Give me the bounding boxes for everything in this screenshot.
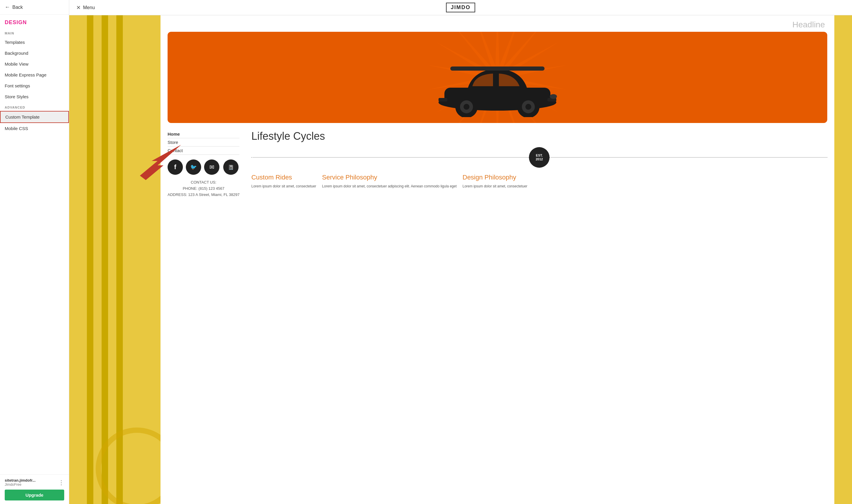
est-year: 2012 [536,157,543,161]
jimdo-logo: JIMDO [446,3,475,12]
est-badge: EST. 2012 [529,147,550,168]
back-arrow-icon: ← [5,4,10,10]
sidebar-top-bar: ← Back [0,0,69,15]
site-title: Lifestyle Cycles [251,130,827,142]
hero-image [168,32,827,123]
yellow-bg-left [69,15,160,504]
est-text: EST. [536,154,543,157]
svg-point-23 [464,104,469,110]
sidebar-item-mobile-view[interactable]: Mobile View [0,58,69,69]
advanced-section-header: ADVANCED [0,102,69,111]
upgrade-button[interactable]: Upgrade [5,490,64,501]
columns-row: Custom Rides Lorem ipsum dolor sit amet,… [251,174,827,189]
contact-phone: PHONE: (815) 123 4567 [168,186,240,192]
facebook-icon-btn[interactable]: f [168,160,183,175]
sidebar-item-mobile-express[interactable]: Mobile Express Page [0,69,69,80]
sidebar-item-custom-template[interactable]: Custom Template [0,111,69,123]
sidebar-item-templates[interactable]: Templates [0,37,69,48]
sidebar-item-store-styles[interactable]: Store Styles [0,91,69,102]
car-silhouette [421,52,574,117]
nav-menu: Home Store Contact f 🐦 ✉ [168,130,240,198]
preview-container: Headline [69,15,852,504]
back-label[interactable]: Back [12,5,23,10]
sidebar-bottom: sitetran.jimdofr... JimdoFree ⋮ Upgrade [0,474,69,504]
svg-point-29 [550,94,557,99]
content-area: Lifestyle Cycles EST. 2012 Custom Rides … [251,130,827,198]
col-body-1: Lorem ipsum dolor sit amet, consectetuer… [322,184,457,189]
est-divider: EST. 2012 [251,147,827,168]
sidebar-item-mobile-css[interactable]: Mobile CSS [0,123,69,134]
headline-row: Headline [160,15,834,32]
twitter-icon-btn[interactable]: 🐦 [186,160,201,175]
dotted-line-right [550,157,827,158]
col-title-2: Design Philosophy [463,174,527,181]
col-service: Service Philosophy Lorem ipsum dolor sit… [322,174,457,189]
site-details: sitetran.jimdofr... JimdoFree [5,478,36,487]
mail-icon-btn[interactable]: ✉ [204,160,220,175]
fence-lines [87,15,123,504]
evernote-icon: 📓 [228,164,234,170]
social-icons: f 🐦 ✉ 📓 [168,160,240,175]
menu-label: Menu [83,5,95,10]
sidebar-item-font-settings[interactable]: Font settings [0,80,69,91]
svg-rect-20 [450,67,544,71]
dotted-line-left [251,157,529,158]
nav-item-store[interactable]: Store [168,138,240,146]
main-area: ✕ Menu JIMDO Headline [69,0,852,504]
design-label: DESIGN [0,15,69,28]
website-panel: Headline [160,15,834,504]
facebook-icon: f [174,163,176,171]
site-plan: JimdoFree [5,483,36,487]
menu-close-icon[interactable]: ✕ [76,4,81,11]
site-name: sitetran.jimdofr... [5,478,36,483]
col-design: Design Philosophy Lorem ipsum dolor sit … [463,174,527,189]
nav-item-contact[interactable]: Contact [168,146,240,155]
evernote-icon-btn[interactable]: 📓 [223,160,239,175]
contact-heading: CONTACT US: [168,179,240,186]
nav-item-home[interactable]: Home [168,130,240,138]
sidebar: ← Back DESIGN MAIN Templates Background … [0,0,69,504]
col-title-0: Custom Rides [251,174,316,181]
col-custom-rides: Custom Rides Lorem ipsum dolor sit amet,… [251,174,316,189]
twitter-icon: 🐦 [190,164,197,170]
contact-address: ADDRESS: 123 A Street, Miami, FL 38297 [168,192,240,198]
fence-line-2 [102,15,108,504]
svg-point-26 [525,104,531,110]
col-body-2: Lorem ipsum dolor sit amet, consectetuer [463,184,527,189]
yellow-bg-right [834,15,852,504]
headline-text: Headline [792,20,825,30]
col-body-0: Lorem ipsum dolor sit amet, consectetuer [251,184,316,189]
contact-info: CONTACT US: PHONE: (815) 123 4567 ADDRES… [168,179,240,198]
mail-icon: ✉ [209,164,214,170]
svg-rect-27 [438,98,447,102]
nav-content: Home Store Contact f 🐦 ✉ [160,130,834,203]
main-section-header: MAIN [0,28,69,37]
sidebar-item-background[interactable]: Background [0,48,69,58]
site-info: sitetran.jimdofr... JimdoFree ⋮ [5,478,64,487]
col-title-1: Service Philosophy [322,174,457,181]
site-options-icon[interactable]: ⋮ [58,479,64,486]
top-nav: ✕ Menu JIMDO [69,0,852,15]
fence-line-1 [87,15,93,504]
